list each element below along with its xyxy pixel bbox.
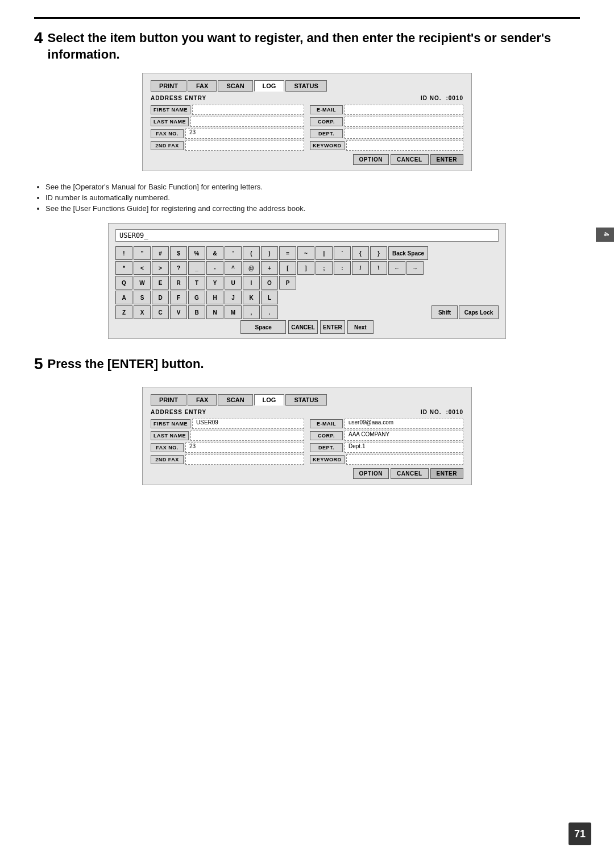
key-a[interactable]: A xyxy=(115,291,132,304)
enter-btn-1[interactable]: ENTER xyxy=(430,154,463,165)
kb-enter-btn[interactable]: ENTER xyxy=(320,320,345,334)
key-d[interactable]: D xyxy=(152,291,169,304)
key-x[interactable]: X xyxy=(134,305,151,319)
key-plus[interactable]: + xyxy=(261,261,278,275)
key-k[interactable]: K xyxy=(243,291,260,304)
key-q[interactable]: Q xyxy=(115,276,132,290)
key-hash[interactable]: # xyxy=(152,246,169,260)
enter-btn-2[interactable]: ENTER xyxy=(430,468,463,479)
key-quote[interactable]: " xyxy=(134,246,151,260)
key-at[interactable]: @ xyxy=(243,261,260,275)
key-backspace[interactable]: Back Space xyxy=(388,246,428,260)
key-c[interactable]: C xyxy=(152,305,169,319)
key-lparen[interactable]: ( xyxy=(243,246,260,260)
key-capslock[interactable]: Caps Lock xyxy=(459,305,499,319)
cancel-btn-1[interactable]: CANCEL xyxy=(391,154,429,165)
key-slash[interactable]: / xyxy=(352,261,369,275)
key-shift[interactable]: Shift xyxy=(432,305,458,319)
key-pipe[interactable]: | xyxy=(316,246,333,260)
key-m[interactable]: M xyxy=(225,305,242,319)
key-g[interactable]: G xyxy=(188,291,205,304)
cancel-btn-2[interactable]: CANCEL xyxy=(391,468,429,479)
key-backtick[interactable]: ` xyxy=(334,246,351,260)
key-l[interactable]: L xyxy=(261,291,278,304)
option-btn-1[interactable]: OPTION xyxy=(353,154,389,165)
input-corp-2[interactable]: AAA COMPANY xyxy=(345,431,463,441)
tab-print-2[interactable]: PRINT xyxy=(151,394,186,406)
key-colon[interactable]: : xyxy=(334,261,351,275)
tab-fax-1[interactable]: FAX xyxy=(188,80,217,92)
key-percent[interactable]: % xyxy=(188,246,205,260)
key-left-arrow[interactable]: ← xyxy=(388,261,405,275)
tab-print-1[interactable]: PRINT xyxy=(151,80,186,92)
key-z[interactable]: Z xyxy=(115,305,132,319)
input-dept-1[interactable] xyxy=(345,129,463,139)
key-j[interactable]: J xyxy=(225,291,242,304)
input-dept-2[interactable]: Dept.1 xyxy=(345,443,463,453)
key-rparen[interactable]: ) xyxy=(261,246,278,260)
input-lastname-2[interactable] xyxy=(190,431,304,441)
key-minus[interactable]: - xyxy=(206,261,223,275)
key-lbrace[interactable]: { xyxy=(352,246,369,260)
key-rbrace[interactable]: } xyxy=(370,246,387,260)
key-star[interactable]: * xyxy=(115,261,132,275)
key-h[interactable]: H xyxy=(206,291,223,304)
key-amp[interactable]: & xyxy=(206,246,223,260)
id-value-2: :0010 xyxy=(446,409,463,415)
input-corp-1[interactable] xyxy=(345,117,463,127)
key-v[interactable]: V xyxy=(170,305,187,319)
key-semicolon[interactable]: ; xyxy=(316,261,333,275)
input-lastname-1[interactable] xyxy=(190,117,304,127)
key-backslash[interactable]: \ xyxy=(370,261,387,275)
key-qmark[interactable]: ? xyxy=(170,261,187,275)
key-dollar[interactable]: $ xyxy=(170,246,187,260)
input-firstname-1[interactable] xyxy=(192,105,304,115)
key-i[interactable]: I xyxy=(243,276,260,290)
tab-log-1[interactable]: LOG xyxy=(254,80,285,92)
key-rbracket[interactable]: ] xyxy=(297,261,314,275)
input-2ndfax-1[interactable] xyxy=(185,140,304,151)
input-email-1[interactable] xyxy=(345,105,463,115)
key-s[interactable]: S xyxy=(134,291,151,304)
key-b[interactable]: B xyxy=(188,305,205,319)
key-tilde[interactable]: ~ xyxy=(297,246,314,260)
key-e[interactable]: E xyxy=(152,276,169,290)
key-gt[interactable]: > xyxy=(152,261,169,275)
key-r[interactable]: R xyxy=(170,276,187,290)
key-excl[interactable]: ! xyxy=(115,246,132,260)
key-f[interactable]: F xyxy=(170,291,187,304)
key-u[interactable]: U xyxy=(225,276,242,290)
key-underscore[interactable]: _ xyxy=(188,261,205,275)
tab-status-1[interactable]: STATUS xyxy=(285,80,326,92)
key-w[interactable]: W xyxy=(134,276,151,290)
key-n[interactable]: N xyxy=(206,305,223,319)
input-keyword-2[interactable] xyxy=(346,454,464,465)
input-faxno-2[interactable]: 23 xyxy=(185,443,304,453)
input-firstname-2[interactable]: USER09 xyxy=(192,419,304,429)
key-p[interactable]: P xyxy=(279,276,296,290)
input-email-2[interactable]: user09@aaa.com xyxy=(345,419,463,429)
key-o[interactable]: O xyxy=(261,276,278,290)
input-2ndfax-2[interactable] xyxy=(185,454,304,465)
tab-fax-2[interactable]: FAX xyxy=(188,394,217,406)
key-lt[interactable]: < xyxy=(134,261,151,275)
input-keyword-1[interactable] xyxy=(346,140,464,151)
key-lbracket[interactable]: [ xyxy=(279,261,296,275)
tab-scan-2[interactable]: SCAN xyxy=(218,394,252,406)
key-caret[interactable]: ^ xyxy=(225,261,242,275)
kb-next-btn[interactable]: Next xyxy=(347,320,374,334)
key-y[interactable]: Y xyxy=(206,276,223,290)
key-t[interactable]: T xyxy=(188,276,205,290)
key-period[interactable]: . xyxy=(261,305,278,319)
tab-status-2[interactable]: STATUS xyxy=(285,394,326,406)
tab-scan-1[interactable]: SCAN xyxy=(218,80,252,92)
key-apos[interactable]: ' xyxy=(225,246,242,260)
option-btn-2[interactable]: OPTION xyxy=(353,468,389,479)
key-space[interactable]: Space xyxy=(240,320,286,334)
key-equal[interactable]: = xyxy=(279,246,296,260)
key-comma[interactable]: , xyxy=(243,305,260,319)
kb-cancel-btn[interactable]: CANCEL xyxy=(288,320,318,334)
tab-log-2[interactable]: LOG xyxy=(254,394,285,406)
key-right-arrow[interactable]: → xyxy=(406,261,424,275)
input-faxno-1[interactable]: 23 xyxy=(185,129,304,139)
